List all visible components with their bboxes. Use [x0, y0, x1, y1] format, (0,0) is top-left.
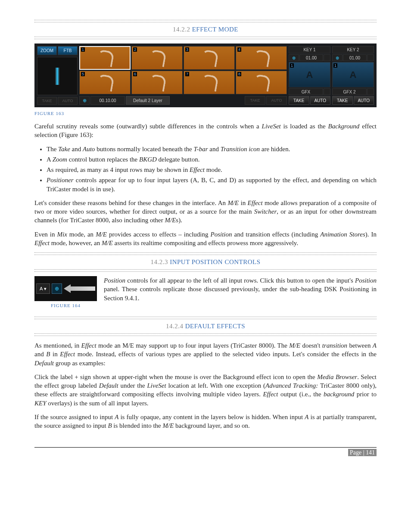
input-tile-4[interactable]: 4	[236, 46, 287, 70]
key1-column: KEY 1 ⊕ 01.00 1A GFX TAKE AUTO	[289, 46, 330, 105]
key2-thumb[interactable]: 1A	[332, 62, 374, 87]
key1-dropdown[interactable]	[324, 54, 330, 61]
bg-take-disabled: TAKE	[245, 96, 265, 105]
section-title: EFFECT MODE	[192, 26, 238, 33]
key2-auto[interactable]: AUTO	[354, 96, 374, 105]
key2-column: KEY 2 ⊕ 01.00 1A GFX 2 TAKE AUTO	[332, 46, 374, 105]
key1-gfx-dd[interactable]	[324, 88, 330, 95]
section-num: 14.2.2	[173, 26, 190, 33]
input-tile-2[interactable]: 2	[131, 46, 183, 70]
input-tile-3[interactable]: 3	[184, 46, 235, 70]
section-header-1423: 14.2.3 INPUT POSITION CONTROLS	[34, 258, 377, 267]
figure-163-caption: FIGURE 163	[34, 111, 377, 116]
key1-gfx[interactable]: GFX	[289, 88, 323, 95]
position-button[interactable]: ⊕	[52, 283, 62, 294]
zoom-button[interactable]: ZOOM	[37, 46, 57, 55]
section-title: INPUT POSITION CONTROLS	[170, 258, 260, 265]
section-num: 14.2.3	[150, 258, 168, 265]
effect-label[interactable]: Default 2 Layer	[126, 96, 170, 105]
tbar[interactable]	[37, 57, 78, 95]
body-para: As mentioned, in Effect mode an M/E may …	[34, 341, 377, 367]
section-header-1424: 14.2.4 DEFAULT EFFECTS	[34, 322, 377, 331]
bg-auto-disabled: AUTO	[266, 96, 287, 105]
key2-gfx[interactable]: GFX 2	[332, 88, 367, 95]
arrow-icon	[64, 284, 95, 293]
key2-gfx-dd[interactable]	[367, 88, 374, 95]
input-tile-6[interactable]: 6	[131, 71, 183, 94]
time-display[interactable]: 00.10.00	[90, 96, 125, 105]
page-footer: Page | 141	[34, 447, 377, 456]
key2-pos-icon[interactable]: ⊕	[332, 54, 342, 61]
input-a-dropdown[interactable]: A ▾	[36, 283, 50, 294]
body-para: Even in Mix mode, an M/E provides access…	[34, 230, 377, 248]
input-tile-7[interactable]: 7	[184, 71, 235, 94]
key1-thumb[interactable]: 1A	[289, 62, 330, 87]
figure-163: ZOOM FTB TAKE AUTO 1 2 3 4 5 6 7 8 ⊕ 00.…	[34, 44, 377, 107]
section-title: DEFAULT EFFECTS	[185, 323, 245, 330]
input-tile-5[interactable]: 5	[79, 71, 131, 94]
figure-164-caption: FIGURE 164	[34, 303, 97, 308]
key1-time[interactable]: 01.00	[299, 54, 323, 61]
key2-time[interactable]: 01.00	[343, 54, 367, 61]
page-number: Page | 141	[348, 449, 377, 456]
figure-164: A ▾ ⊕	[34, 276, 97, 301]
input-tile-8[interactable]: 8	[236, 71, 287, 94]
list-item: As required, as many as 4 input rows may…	[47, 165, 377, 174]
key2-dropdown[interactable]	[367, 54, 374, 61]
section-num: 14.2.4	[166, 323, 184, 330]
key1-header: KEY 1	[289, 46, 330, 53]
key1-pos-icon[interactable]: ⊕	[289, 54, 299, 61]
key2-take[interactable]: TAKE	[332, 96, 353, 105]
body-para: Careful scrutiny reveals some (outwardly…	[34, 122, 377, 140]
body-para: Let's consider these reasons behind for …	[34, 199, 377, 225]
bullet-list: The Take and Auto buttons normally locat…	[34, 145, 377, 193]
take-button-disabled: TAKE	[37, 97, 57, 105]
list-item: A Zoom control button replaces the BKGD …	[47, 155, 377, 164]
list-item: The Take and Auto buttons normally locat…	[47, 145, 377, 153]
list-item: Positioner controls appear for up to fou…	[47, 176, 377, 193]
key1-auto[interactable]: AUTO	[310, 96, 331, 105]
key2-header: KEY 2	[332, 46, 374, 53]
key1-take[interactable]: TAKE	[289, 96, 309, 105]
body-para: Position controls for all appear to the …	[104, 276, 377, 302]
body-para: Click the label + sign shown at upper-ri…	[34, 373, 377, 408]
positioner-icon[interactable]: ⊕	[79, 96, 90, 105]
input-tile-1[interactable]: 1	[79, 46, 131, 70]
ftb-button[interactable]: FTB	[58, 46, 78, 55]
body-para: If the source assigned to input A is ful…	[34, 413, 377, 430]
section-header-1422: 14.2.2 EFFECT MODE	[34, 25, 377, 34]
auto-button-disabled: AUTO	[58, 97, 78, 105]
